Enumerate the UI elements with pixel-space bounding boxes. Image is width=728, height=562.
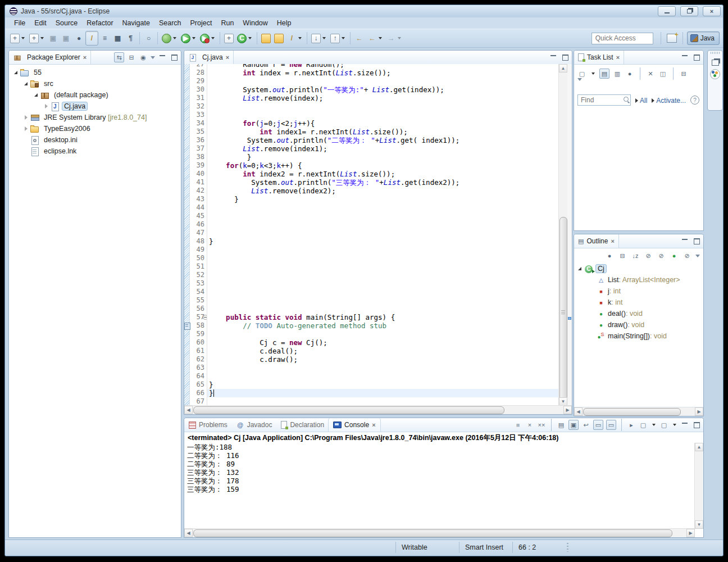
back-button[interactable]: ← (366, 31, 385, 46)
code-line[interactable] (207, 212, 558, 220)
code-line[interactable]: int index1= r.nextInt(List.size()); (207, 128, 558, 136)
outline-item-deal-[interactable]: ●deal() : void (574, 308, 703, 319)
quick-access-input[interactable] (592, 33, 653, 44)
collapse-arrow-icon[interactable] (24, 81, 29, 87)
menu-edit[interactable]: Edit (30, 19, 51, 28)
sync-icon[interactable]: ● (605, 251, 614, 260)
view-menu-icon[interactable] (695, 255, 700, 257)
code-line[interactable] (207, 77, 558, 85)
code-line[interactable]: public static void main(String[] args) { (207, 313, 558, 321)
tree-item-src[interactable]: src (9, 78, 181, 89)
outline-horizontal-scrollbar[interactable]: ◀ ▶ (574, 407, 703, 416)
open-resource-button[interactable] (272, 31, 285, 46)
restore-button[interactable] (680, 6, 698, 16)
menu-project[interactable]: Project (186, 19, 217, 28)
remove-launch-icon[interactable]: × (525, 420, 534, 429)
occurrence-marker[interactable] (568, 317, 571, 320)
open-perspective-button[interactable] (665, 31, 679, 45)
welcome-icon[interactable] (710, 69, 720, 79)
menu-help[interactable]: Help (272, 19, 296, 28)
outline-item-draw-[interactable]: ●draw() : void (574, 319, 703, 330)
tree-item-55[interactable]: 55 (9, 67, 181, 78)
scroll-left-icon[interactable]: ◀ (184, 406, 193, 414)
new-java-item-button[interactable]: + (28, 31, 47, 46)
scrollbar-thumb[interactable] (559, 217, 567, 406)
scrollbar-thumb[interactable] (193, 406, 504, 414)
drag-handle[interactable] (711, 52, 720, 54)
menu-run[interactable]: Run (216, 19, 238, 28)
dropdown-arrow-icon[interactable] (673, 424, 676, 426)
menu-source[interactable]: Source (51, 19, 83, 28)
fold-collapse-icon[interactable] (203, 315, 207, 320)
minimize-view-icon[interactable] (680, 237, 689, 246)
tree-item-eclipse-lnk[interactable]: eclipse.lnk (9, 146, 181, 157)
code-line[interactable] (207, 254, 558, 262)
code-line[interactable]: int index2 = r.nextInt(List.size()); (207, 170, 558, 178)
scroll-up-icon[interactable]: ▲ (695, 443, 703, 451)
scroll-right-icon[interactable]: ▶ (563, 406, 572, 414)
dropdown-arrow-icon[interactable] (398, 37, 401, 39)
quick-access[interactable] (592, 33, 653, 44)
minimize-view-icon[interactable] (680, 420, 689, 429)
show-view-button[interactable]: ▦ (111, 31, 124, 46)
code-line[interactable]: List.remove(index); (207, 94, 558, 102)
minimize-view-icon[interactable] (549, 53, 558, 62)
display-selected-console-icon[interactable]: ▢ (639, 420, 648, 429)
tree-item-desktop-ini[interactable]: desktop.ini (9, 134, 181, 146)
code-line[interactable] (207, 330, 558, 338)
maximize-view-icon[interactable] (692, 420, 701, 429)
java-perspective-button[interactable]: Java (687, 31, 720, 45)
console-tab-javadoc[interactable]: @Javadoc (232, 418, 277, 432)
dropdown-arrow-icon[interactable] (379, 37, 382, 39)
close-icon[interactable]: × (616, 54, 620, 61)
maximize-view-icon[interactable] (692, 237, 701, 246)
dropdown-arrow-icon[interactable] (21, 37, 25, 39)
skip-breakpoints-button[interactable]: ○ (142, 31, 155, 46)
clear-console-icon[interactable]: ▤ (557, 420, 566, 429)
scroll-lock-icon[interactable]: ▣ (568, 420, 579, 430)
dropdown-arrow-icon[interactable] (248, 37, 252, 39)
new-wizard-button[interactable]: + (8, 31, 28, 46)
dropdown-arrow-icon[interactable] (652, 424, 656, 426)
dropdown-arrow-icon[interactable] (192, 37, 195, 39)
scrollbar-thumb[interactable] (583, 408, 681, 416)
tree-item-cj-java[interactable]: Cj.java (9, 101, 181, 112)
help-icon[interactable]: ? (690, 96, 699, 105)
code-line[interactable] (207, 288, 558, 296)
code-line[interactable] (207, 296, 558, 305)
word-wrap-icon[interactable]: ↩ (581, 420, 590, 429)
code-line[interactable]: System.out.println("三等奖为： "+List.get(ind… (207, 178, 558, 187)
hide-static-members-icon[interactable]: ⊘ (657, 251, 666, 260)
close-icon[interactable]: × (372, 422, 375, 428)
pin-console-icon[interactable]: ▸ (627, 420, 636, 429)
code-line[interactable] (207, 279, 558, 288)
scroll-left-icon[interactable]: ◀ (574, 407, 583, 416)
expand-arrow-icon[interactable] (24, 115, 29, 120)
tree-item-typeeasy2006[interactable]: TypeEasy2006 (9, 123, 181, 134)
code-line[interactable] (207, 102, 558, 111)
code-line[interactable] (207, 262, 558, 271)
code-line[interactable] (207, 372, 558, 380)
find-box[interactable] (577, 94, 631, 106)
console-tab-declaration[interactable]: Declaration (276, 418, 329, 432)
show-whitespace-button[interactable]: ¶ (124, 31, 137, 46)
tree-item-jre-system-library[interactable]: JRE System Library [jre1.8.0_74] (9, 112, 181, 123)
console-tab-console[interactable]: Console× (328, 418, 380, 432)
debug-button[interactable] (160, 31, 179, 46)
code-line[interactable]: } (207, 195, 558, 203)
outline-item-cj[interactable]: CCj (574, 263, 703, 274)
code-line[interactable]: for(j=0;j<2;j++){ (207, 119, 558, 128)
collapse-all-icon[interactable]: ⊟ (679, 69, 688, 78)
scroll-down-icon[interactable]: ▼ (695, 520, 703, 529)
last-edit-location-button[interactable]: ← (353, 31, 366, 46)
code-line[interactable]: c.deal(); (207, 347, 558, 355)
outline-tab[interactable]: ▤ Outline × (574, 234, 619, 248)
expand-arrow-icon[interactable] (24, 126, 29, 132)
next-annotation-button[interactable]: ↓ (310, 31, 329, 46)
code-line[interactable]: List.remove(index1); (207, 144, 558, 153)
expand-arrow-icon[interactable] (44, 103, 49, 109)
collapse-arrow-icon[interactable] (34, 92, 39, 98)
view-menu-icon[interactable] (577, 78, 582, 90)
code-line[interactable]: Random r = new Random(); (207, 64, 558, 69)
code-line[interactable]: System.out.println("一等奖为:"+ List.get(ind… (207, 85, 558, 94)
